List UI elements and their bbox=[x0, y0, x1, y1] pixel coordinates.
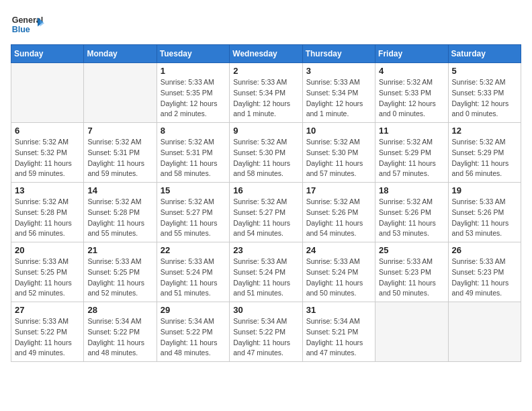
day-number: 12 bbox=[452, 126, 517, 136]
calendar-week-row: 27Sunrise: 5:33 AMSunset: 5:22 PMDayligh… bbox=[11, 302, 521, 362]
calendar-cell: 5Sunrise: 5:32 AMSunset: 5:33 PMDaylight… bbox=[448, 63, 521, 123]
day-info: Sunrise: 5:32 AMSunset: 5:33 PMDaylight:… bbox=[379, 77, 444, 120]
calendar-cell bbox=[448, 302, 521, 362]
day-info: Sunrise: 5:32 AMSunset: 5:30 PMDaylight:… bbox=[233, 137, 298, 179]
calendar-cell: 8Sunrise: 5:32 AMSunset: 5:31 PMDaylight… bbox=[157, 123, 229, 183]
calendar-cell: 26Sunrise: 5:33 AMSunset: 5:23 PMDayligh… bbox=[448, 242, 521, 302]
day-number: 5 bbox=[452, 66, 517, 76]
day-info: Sunrise: 5:32 AMSunset: 5:32 PMDaylight:… bbox=[15, 137, 80, 179]
logo: General Blue bbox=[11, 11, 44, 39]
day-number: 20 bbox=[15, 245, 80, 255]
day-header-tuesday: Tuesday bbox=[157, 45, 229, 63]
calendar-cell: 16Sunrise: 5:32 AMSunset: 5:27 PMDayligh… bbox=[230, 183, 302, 242]
calendar-cell: 30Sunrise: 5:34 AMSunset: 5:22 PMDayligh… bbox=[230, 302, 302, 362]
day-info: Sunrise: 5:32 AMSunset: 5:31 PMDaylight:… bbox=[87, 137, 152, 179]
calendar-cell bbox=[84, 63, 157, 123]
day-info: Sunrise: 5:33 AMSunset: 5:26 PMDaylight:… bbox=[452, 197, 517, 239]
calendar-cell: 20Sunrise: 5:33 AMSunset: 5:25 PMDayligh… bbox=[11, 242, 84, 302]
day-info: Sunrise: 5:33 AMSunset: 5:24 PMDaylight:… bbox=[306, 257, 371, 299]
calendar-cell: 29Sunrise: 5:34 AMSunset: 5:22 PMDayligh… bbox=[157, 302, 229, 362]
day-header-saturday: Saturday bbox=[448, 45, 521, 63]
day-number: 6 bbox=[15, 126, 80, 136]
day-number: 29 bbox=[161, 305, 226, 315]
day-number: 3 bbox=[306, 66, 371, 76]
day-header-thursday: Thursday bbox=[302, 45, 375, 63]
calendar-cell bbox=[375, 302, 448, 362]
calendar-cell: 1Sunrise: 5:33 AMSunset: 5:35 PMDaylight… bbox=[157, 63, 229, 123]
calendar-cell: 2Sunrise: 5:33 AMSunset: 5:34 PMDaylight… bbox=[230, 63, 302, 123]
day-info: Sunrise: 5:32 AMSunset: 5:28 PMDaylight:… bbox=[87, 197, 152, 239]
day-info: Sunrise: 5:33 AMSunset: 5:24 PMDaylight:… bbox=[161, 257, 226, 299]
day-info: Sunrise: 5:32 AMSunset: 5:27 PMDaylight:… bbox=[233, 197, 298, 239]
day-number: 16 bbox=[233, 185, 298, 195]
day-info: Sunrise: 5:34 AMSunset: 5:22 PMDaylight:… bbox=[233, 316, 298, 359]
calendar-cell: 4Sunrise: 5:32 AMSunset: 5:33 PMDaylight… bbox=[375, 63, 448, 123]
day-header-monday: Monday bbox=[84, 45, 157, 63]
calendar-cell: 3Sunrise: 5:33 AMSunset: 5:34 PMDaylight… bbox=[302, 63, 375, 123]
calendar-cell: 23Sunrise: 5:33 AMSunset: 5:24 PMDayligh… bbox=[230, 242, 302, 302]
day-info: Sunrise: 5:33 AMSunset: 5:34 PMDaylight:… bbox=[306, 77, 371, 120]
day-info: Sunrise: 5:32 AMSunset: 5:31 PMDaylight:… bbox=[161, 137, 226, 179]
calendar-cell: 9Sunrise: 5:32 AMSunset: 5:30 PMDaylight… bbox=[230, 123, 302, 183]
calendar-cell: 13Sunrise: 5:32 AMSunset: 5:28 PMDayligh… bbox=[11, 183, 84, 242]
calendar-cell: 10Sunrise: 5:32 AMSunset: 5:30 PMDayligh… bbox=[302, 123, 375, 183]
day-number: 9 bbox=[233, 126, 298, 136]
day-number: 21 bbox=[87, 245, 152, 255]
day-info: Sunrise: 5:32 AMSunset: 5:27 PMDaylight:… bbox=[161, 197, 226, 239]
day-info: Sunrise: 5:32 AMSunset: 5:26 PMDaylight:… bbox=[379, 197, 444, 239]
day-info: Sunrise: 5:32 AMSunset: 5:30 PMDaylight:… bbox=[306, 137, 371, 179]
day-info: Sunrise: 5:33 AMSunset: 5:25 PMDaylight:… bbox=[87, 257, 152, 299]
day-number: 26 bbox=[452, 245, 517, 255]
calendar-cell: 22Sunrise: 5:33 AMSunset: 5:24 PMDayligh… bbox=[157, 242, 229, 302]
calendar-cell: 18Sunrise: 5:32 AMSunset: 5:26 PMDayligh… bbox=[375, 183, 448, 242]
day-number: 18 bbox=[379, 185, 444, 195]
calendar-cell bbox=[11, 63, 84, 123]
calendar-cell: 11Sunrise: 5:32 AMSunset: 5:29 PMDayligh… bbox=[375, 123, 448, 183]
day-number: 23 bbox=[233, 245, 298, 255]
day-number: 8 bbox=[161, 126, 226, 136]
day-info: Sunrise: 5:32 AMSunset: 5:28 PMDaylight:… bbox=[15, 197, 80, 239]
calendar-cell: 7Sunrise: 5:32 AMSunset: 5:31 PMDaylight… bbox=[84, 123, 157, 183]
day-info: Sunrise: 5:34 AMSunset: 5:22 PMDaylight:… bbox=[161, 316, 226, 359]
calendar-cell: 25Sunrise: 5:33 AMSunset: 5:23 PMDayligh… bbox=[375, 242, 448, 302]
calendar-week-row: 6Sunrise: 5:32 AMSunset: 5:32 PMDaylight… bbox=[11, 123, 521, 183]
day-info: Sunrise: 5:33 AMSunset: 5:23 PMDaylight:… bbox=[379, 257, 444, 299]
svg-text:Blue: Blue bbox=[12, 25, 30, 34]
day-number: 28 bbox=[87, 305, 152, 315]
calendar-cell: 21Sunrise: 5:33 AMSunset: 5:25 PMDayligh… bbox=[84, 242, 157, 302]
day-info: Sunrise: 5:34 AMSunset: 5:21 PMDaylight:… bbox=[306, 316, 371, 359]
day-info: Sunrise: 5:33 AMSunset: 5:22 PMDaylight:… bbox=[15, 316, 80, 359]
calendar-week-row: 13Sunrise: 5:32 AMSunset: 5:28 PMDayligh… bbox=[11, 183, 521, 242]
day-number: 30 bbox=[233, 305, 298, 315]
day-info: Sunrise: 5:34 AMSunset: 5:22 PMDaylight:… bbox=[87, 316, 152, 359]
day-number: 24 bbox=[306, 245, 371, 255]
day-number: 1 bbox=[161, 66, 226, 76]
day-info: Sunrise: 5:32 AMSunset: 5:26 PMDaylight:… bbox=[306, 197, 371, 239]
day-info: Sunrise: 5:32 AMSunset: 5:33 PMDaylight:… bbox=[452, 77, 517, 120]
day-number: 19 bbox=[452, 185, 517, 195]
calendar-table: SundayMondayTuesdayWednesdayThursdayFrid… bbox=[11, 44, 521, 362]
day-info: Sunrise: 5:32 AMSunset: 5:29 PMDaylight:… bbox=[379, 137, 444, 179]
day-info: Sunrise: 5:33 AMSunset: 5:25 PMDaylight:… bbox=[15, 257, 80, 299]
day-number: 11 bbox=[379, 126, 444, 136]
logo-icon: General Blue bbox=[11, 11, 44, 39]
calendar-cell: 14Sunrise: 5:32 AMSunset: 5:28 PMDayligh… bbox=[84, 183, 157, 242]
day-number: 2 bbox=[233, 66, 298, 76]
day-number: 22 bbox=[161, 245, 226, 255]
calendar-cell: 27Sunrise: 5:33 AMSunset: 5:22 PMDayligh… bbox=[11, 302, 84, 362]
day-number: 17 bbox=[306, 185, 371, 195]
day-number: 14 bbox=[87, 185, 152, 195]
day-number: 13 bbox=[15, 185, 80, 195]
day-header-friday: Friday bbox=[375, 45, 448, 63]
calendar-cell: 15Sunrise: 5:32 AMSunset: 5:27 PMDayligh… bbox=[157, 183, 229, 242]
calendar-week-row: 1Sunrise: 5:33 AMSunset: 5:35 PMDaylight… bbox=[11, 63, 521, 123]
calendar-cell: 12Sunrise: 5:32 AMSunset: 5:29 PMDayligh… bbox=[448, 123, 521, 183]
day-header-wednesday: Wednesday bbox=[230, 45, 302, 63]
calendar-cell: 17Sunrise: 5:32 AMSunset: 5:26 PMDayligh… bbox=[302, 183, 375, 242]
calendar-header-row: SundayMondayTuesdayWednesdayThursdayFrid… bbox=[11, 45, 521, 63]
day-info: Sunrise: 5:33 AMSunset: 5:35 PMDaylight:… bbox=[161, 77, 226, 120]
page-header: General Blue bbox=[11, 11, 521, 39]
day-number: 27 bbox=[15, 305, 80, 315]
day-number: 25 bbox=[379, 245, 444, 255]
day-header-sunday: Sunday bbox=[11, 45, 84, 63]
